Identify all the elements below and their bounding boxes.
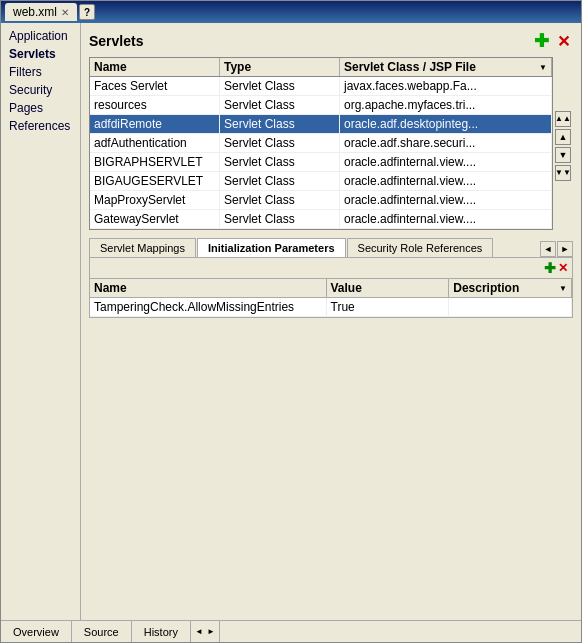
cell-name: GatewayServlet (90, 210, 220, 228)
table-row[interactable]: MapProxyServlet Servlet Class oracle.adf… (90, 191, 552, 210)
scroll-down-button[interactable]: ▼ (555, 147, 571, 163)
cell-class: oracle.adf.share.securi... (340, 134, 552, 152)
col-header-type: Type (220, 58, 340, 76)
cell-name: Faces Servlet (90, 77, 220, 95)
nav-item-application[interactable]: Application (1, 27, 80, 45)
add-param-button[interactable]: ✚ (544, 260, 556, 276)
param-desc (449, 298, 572, 316)
inner-col-dropdown-icon[interactable]: ▼ (559, 284, 567, 293)
plus-green-icon: ✚ (534, 30, 549, 52)
cell-type: Servlet Class (220, 172, 340, 190)
tabs-row: Servlet Mappings Initialization Paramete… (89, 238, 573, 257)
init-params-body: TamperingCheck.AllowMissingEntries True (90, 298, 572, 317)
status-tab-overview[interactable]: Overview (1, 621, 72, 642)
tab-scroll-left-button[interactable]: ◄ (540, 241, 556, 257)
scroll-to-top-button[interactable]: ▲▲ (555, 111, 571, 127)
tab-init-params[interactable]: Initialization Parameters (197, 238, 346, 257)
cell-type: Servlet Class (220, 115, 340, 133)
left-navigation: Application Servlets Filters Security Pa… (1, 23, 81, 620)
status-tab-source[interactable]: Source (72, 621, 132, 642)
inner-col-desc: Description ▼ (449, 279, 572, 297)
x-red-icon: ✕ (557, 32, 570, 51)
param-name: TamperingCheck.AllowMissingEntries (90, 298, 327, 316)
scroll-up-button[interactable]: ▲ (555, 129, 571, 145)
section-title: Servlets (89, 33, 143, 49)
servlets-table-area: Name Type Servlet Class / JSP File ▼ Fac… (89, 57, 573, 234)
cell-class: javax.faces.webapp.Fa... (340, 77, 552, 95)
status-scroll-left[interactable]: ◄ (193, 626, 205, 638)
col-header-name: Name (90, 58, 220, 76)
cell-class: org.apache.myfaces.tri... (340, 96, 552, 114)
cell-class: oracle.adfinternal.view.... (340, 153, 552, 171)
add-param-icon: ✚ (544, 260, 556, 276)
nav-item-references[interactable]: References (1, 117, 80, 135)
cell-name: adfAuthentication (90, 134, 220, 152)
cell-type: Servlet Class (220, 134, 340, 152)
nav-item-servlets[interactable]: Servlets (1, 45, 80, 63)
cell-name: resources (90, 96, 220, 114)
scroll-to-bottom-button[interactable]: ▼▼ (555, 165, 571, 181)
tab-content-area: ✚ ✕ Name Value Description ▼ (89, 257, 573, 318)
param-value: True (327, 298, 450, 316)
cell-type: Servlet Class (220, 96, 340, 114)
cell-name: BIGRAPHSERVLET (90, 153, 220, 171)
inner-col-value: Value (327, 279, 450, 297)
cell-type: Servlet Class (220, 77, 340, 95)
table-row[interactable]: Faces Servlet Servlet Class javax.faces.… (90, 77, 552, 96)
tab-toolbar: ✚ ✕ (90, 258, 572, 279)
cell-type: Servlet Class (220, 191, 340, 209)
cell-name: adfdiRemote (90, 115, 220, 133)
cell-class: oracle.adf.desktopinteg... (340, 115, 552, 133)
cell-class: oracle.adfinternal.view.... (340, 210, 552, 228)
status-bar: Overview Source History ◄ ► (1, 620, 581, 642)
inner-col-desc-label: Description (453, 281, 519, 295)
header-buttons: ✚ ✕ (531, 31, 573, 51)
remove-param-button[interactable]: ✕ (558, 261, 568, 275)
nav-item-filters[interactable]: Filters (1, 63, 80, 81)
nav-item-pages[interactable]: Pages (1, 99, 80, 117)
servlets-table-header: Name Type Servlet Class / JSP File ▼ (90, 58, 552, 77)
inner-col-name: Name (90, 279, 327, 297)
status-tab-history[interactable]: History (132, 621, 191, 642)
title-tab-label: web.xml (13, 5, 57, 19)
detail-tabs-panel: Servlet Mappings Initialization Paramete… (89, 238, 573, 318)
status-scroll-right[interactable]: ► (205, 626, 217, 638)
table-row[interactable]: BIGAUGESERVLET Servlet Class oracle.adfi… (90, 172, 552, 191)
content-area: Servlets ✚ ✕ Name Type (81, 23, 581, 620)
cell-class: oracle.adfinternal.view.... (340, 191, 552, 209)
add-servlet-button[interactable]: ✚ (531, 31, 551, 51)
cell-name: BIGAUGESERVLET (90, 172, 220, 190)
col-header-class: Servlet Class / JSP File ▼ (340, 58, 552, 76)
help-button[interactable]: ? (79, 4, 95, 20)
servlets-table-body: Faces Servlet Servlet Class javax.faces.… (90, 77, 552, 229)
init-param-row[interactable]: TamperingCheck.AllowMissingEntries True (90, 298, 572, 317)
cell-class: oracle.adfinternal.view.... (340, 172, 552, 190)
remove-param-icon: ✕ (558, 261, 568, 275)
init-params-header: Name Value Description ▼ (90, 279, 572, 298)
table-row[interactable]: GatewayServlet Servlet Class oracle.adfi… (90, 210, 552, 229)
status-scroll-controls: ◄ ► (191, 621, 220, 642)
cell-name: MapProxyServlet (90, 191, 220, 209)
cell-type: Servlet Class (220, 153, 340, 171)
main-window: web.xml ✕ ? Application Servlets Filters… (0, 0, 582, 643)
table-row[interactable]: resources Servlet Class org.apache.myfac… (90, 96, 552, 115)
column-dropdown-icon[interactable]: ▼ (539, 63, 547, 72)
main-area: Application Servlets Filters Security Pa… (1, 23, 581, 620)
remove-servlet-button[interactable]: ✕ (553, 31, 573, 51)
tab-scroll-right-button[interactable]: ► (557, 241, 573, 257)
table-scroll-controls: ▲▲ ▲ ▼ ▼▼ (553, 57, 573, 234)
init-params-table: Name Value Description ▼ TamperingCheck.… (90, 279, 572, 317)
tab-servlet-mappings[interactable]: Servlet Mappings (89, 238, 196, 257)
table-row[interactable]: adfAuthentication Servlet Class oracle.a… (90, 134, 552, 153)
title-tab[interactable]: web.xml ✕ (5, 3, 77, 21)
close-button[interactable]: ✕ (61, 7, 69, 18)
nav-item-security[interactable]: Security (1, 81, 80, 99)
content-header: Servlets ✚ ✕ (89, 31, 573, 51)
title-bar: web.xml ✕ ? (1, 1, 581, 23)
table-row[interactable]: BIGRAPHSERVLET Servlet Class oracle.adfi… (90, 153, 552, 172)
col-header-class-label: Servlet Class / JSP File (344, 60, 476, 74)
servlets-table: Name Type Servlet Class / JSP File ▼ Fac… (89, 57, 553, 230)
table-row-selected[interactable]: adfdiRemote Servlet Class oracle.adf.des… (90, 115, 552, 134)
cell-type: Servlet Class (220, 210, 340, 228)
tab-security-roles[interactable]: Security Role References (347, 238, 494, 257)
